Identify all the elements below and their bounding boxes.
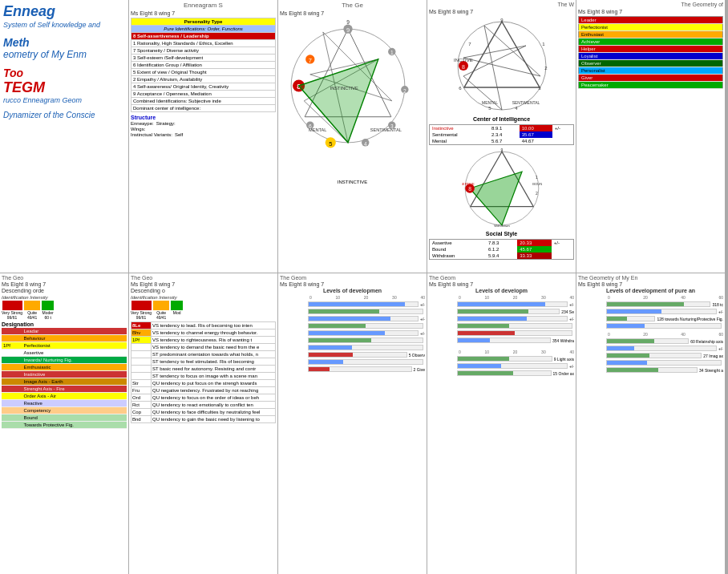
svg-text:1: 1 [390, 50, 394, 55]
table-row-perfectionist: 1Pf Perfectionist [2, 342, 127, 350]
panel-bottom-5: The Geometry of My En Ms Eight 8 wing 7 … [576, 273, 725, 574]
svg-text:BOUND: BOUND [532, 182, 542, 186]
bar-track [457, 330, 572, 336]
loyalist-label: Loyalist [579, 53, 723, 60]
row-code [2, 335, 22, 342]
list-peacemaker: Peacemaker [579, 82, 723, 89]
bar-pm: +/- [718, 346, 723, 351]
row-desc: ST tendency to feel stimulated. Ris of b… [152, 358, 276, 366]
svg-text:1: 1 [535, 175, 537, 180]
bar-fill [309, 346, 352, 350]
coi-row-mental: Mental 5.6.7 44.67 [430, 138, 574, 145]
designation-list: Leader Perfectionist Enthusiast Achiever… [578, 16, 723, 89]
row-code [131, 351, 152, 358]
bar-q-fill [24, 301, 40, 310]
row-label: Bound [22, 414, 127, 422]
svg-line-37 [463, 46, 526, 76]
x0: 0 [459, 295, 461, 300]
chart-row-observer: 5 Observ [280, 352, 425, 358]
item-3: 3 Self-esteem /Self-development [131, 55, 276, 62]
item-0: 8 Self-assertiveness / Leadership [131, 33, 276, 40]
chart-row: +/- [280, 301, 425, 307]
giver-label: Giver [579, 75, 723, 82]
bar-very-strong: Very Strong 99/61 [2, 301, 22, 320]
item-9: Combined Identifications: Subjective ind… [131, 98, 276, 105]
row-desc: VS tendency to channel energy through be… [152, 329, 276, 337]
personalist-label: Personalist [579, 67, 723, 75]
social-val1-withdrawn: 5.9.4 [486, 253, 517, 260]
method-title: Meth [3, 36, 125, 49]
b2-bar-vs-value: 99/61 [136, 315, 147, 320]
svg-line-35 [463, 58, 540, 76]
bar-side: 60 Relatnship axis [690, 339, 723, 344]
panel-top-4: The W Ms Eight 8 wing 7 8 9 1 2 3 4 5 [427, 0, 576, 273]
coi-pm-sentimental [552, 131, 574, 138]
row-code: 8Le [131, 322, 152, 329]
panel-bottom-3: The Geom Ms Eight 8 wing 7 Levels of dev… [278, 273, 427, 574]
row-desc: QU negative tendency. Frustrated by not … [152, 387, 276, 394]
bar-track [457, 323, 572, 329]
bar-m-fill [42, 301, 54, 310]
observer-label: Observer [579, 60, 723, 67]
row-label: Towards Protective Fig. [22, 422, 127, 429]
table-row: ST predominant orientation towards what … [131, 351, 276, 358]
bar-fill [309, 317, 390, 321]
enneagram-svg: 8 9 1 2 3 4 5 6 [280, 18, 416, 154]
table-row: Bnd QU tendency to gain the basic need b… [131, 416, 276, 423]
bar-fill [607, 317, 627, 321]
bar-side: 318 tc [712, 302, 723, 307]
row-label: Emthusiastic [22, 364, 127, 371]
social-label-withdrawn: Withdrawn [430, 253, 487, 260]
row-label: Order Axis - Air [22, 393, 127, 400]
enneaype-row: Enneaype: Strategy: [131, 121, 276, 126]
svg-text:2: 2 [544, 66, 548, 71]
row-code [2, 328, 22, 335]
bar-fill [607, 309, 661, 313]
social-label-bound: Bound [430, 246, 487, 253]
bar-track [606, 346, 717, 351]
chart-row: 128 towards Nurturing/Protective Fig. [578, 316, 723, 321]
row-desc: ST basic need for autonomy. Resisting an… [152, 366, 276, 373]
svg-text:8: 8 [462, 64, 465, 70]
row-label: Competency [22, 407, 127, 414]
svg-point-31 [458, 22, 546, 110]
coi-pm-instinctive: +/- [552, 125, 574, 132]
bar-fill [309, 302, 405, 306]
structure-label: Structure [131, 115, 276, 120]
svg-marker-32 [464, 22, 540, 87]
levels-chart-b3: +/- +/- [280, 301, 425, 372]
panel-bottom-left: The Geo Ms Eight 8 wing 7 Descending ord… [0, 273, 128, 574]
table-row: 8Le VS tendency to lead. Ris of becoming… [131, 322, 276, 329]
svg-text:Withdrawn: Withdrawn [494, 224, 510, 228]
svg-text:6: 6 [459, 86, 462, 91]
chart-row [429, 323, 574, 329]
table-row: ST tendency to focus on image with a sce… [131, 373, 276, 380]
panel-b4-ms: Ms Eight 8 wing 7 [429, 281, 574, 287]
x40: 40 [569, 350, 574, 354]
coi-val2-instinctive: 10.00 [520, 125, 552, 132]
bar-fill [309, 338, 371, 342]
bar-track [606, 316, 655, 321]
x30: 30 [541, 295, 546, 300]
personality-type-header: Personality Type [131, 18, 276, 26]
table-row: Reactive [2, 400, 127, 407]
bar-fill [309, 331, 385, 335]
bar-val: 15 Order ax [553, 371, 574, 376]
coi-val2-mental: 44.67 [520, 138, 552, 145]
row-code [2, 364, 22, 371]
row-code: Ord [131, 394, 152, 402]
table-row: Rct QU tendency to react emotionally to … [131, 402, 276, 409]
chart-row [280, 345, 425, 350]
panel-bl-ms: Ms Eight 8 wing 7 [2, 281, 127, 287]
structure-section: Structure Enneaype: Strategy: Wings: Ins… [131, 115, 276, 137]
bar-side: 27 Imag ax [703, 354, 723, 358]
panel-top-left: Enneag System of Self knowledge and Meth… [0, 0, 128, 273]
bar-fill [458, 364, 501, 368]
row-desc: VS tendency to righteousness. Ris of wan… [152, 337, 276, 344]
social-title: Social Style [429, 231, 574, 236]
row-code [2, 414, 22, 422]
list-helper: Helper [579, 46, 723, 53]
social-svg: 8 ASSERTIVE BOUND Withdrawn 9 1 2 [462, 148, 542, 228]
bar-fill [309, 360, 343, 364]
list-perfectionist: Perfectionist [579, 24, 723, 31]
